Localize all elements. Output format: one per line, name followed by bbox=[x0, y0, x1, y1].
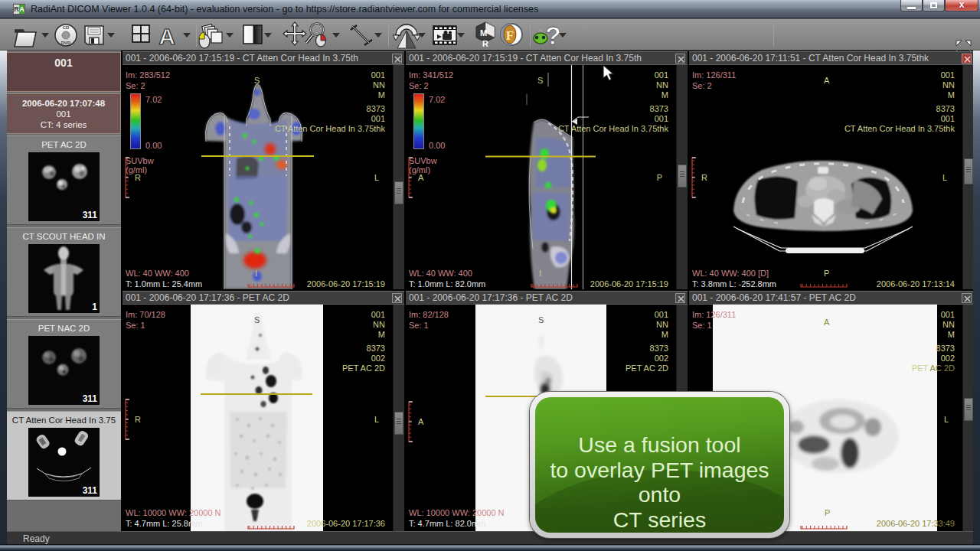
svg-text:DVD: DVD bbox=[61, 41, 71, 45]
svg-text:?: ? bbox=[545, 21, 561, 50]
svg-text:F: F bbox=[506, 28, 514, 43]
svg-text:A: A bbox=[158, 24, 175, 49]
svg-text:R: R bbox=[482, 39, 488, 48]
svg-text:CD: CD bbox=[63, 25, 70, 30]
svg-text:M: M bbox=[480, 28, 487, 37]
